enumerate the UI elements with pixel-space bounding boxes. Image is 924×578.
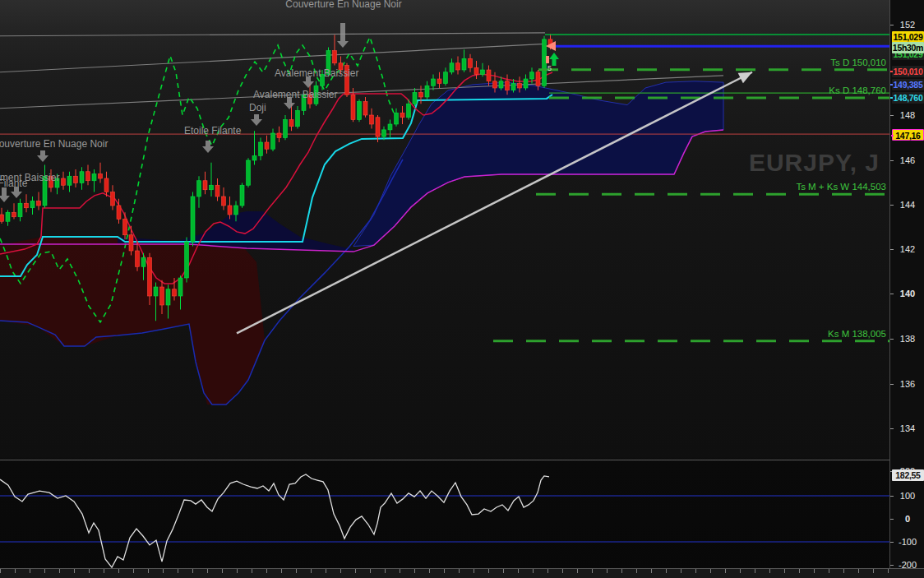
marker-flag-icon [546, 56, 549, 63]
price-axis-tick: -100 [890, 536, 924, 548]
price-axis-tick: 136 [890, 378, 924, 390]
price-badge: 151,029 [892, 31, 924, 43]
candle-body [62, 178, 66, 185]
ichimoku-cloud-bearish [0, 237, 265, 405]
price-axis-tick: 100 [890, 490, 924, 502]
candle-body [191, 197, 195, 242]
candle-body [67, 176, 72, 185]
candle-body [469, 58, 473, 67]
pattern-down-arrow[interactable] [0, 187, 10, 202]
pattern-down-arrow[interactable] [284, 97, 295, 109]
axis-color-tick [890, 84, 893, 86]
candle-body [444, 72, 448, 84]
candle-body [166, 289, 170, 305]
price-axis-tick: 138 [890, 333, 924, 344]
candle-body [506, 81, 510, 90]
price-badge: 148,760 [892, 92, 924, 104]
candle-body [49, 176, 53, 187]
candle-body [160, 287, 164, 305]
trendline-0[interactable] [0, 33, 545, 36]
candle-body [351, 95, 355, 119]
candle-body [450, 63, 454, 72]
candle-body [148, 257, 152, 296]
candle-body [18, 203, 22, 217]
candle-body [289, 120, 293, 127]
candle-body [99, 174, 103, 179]
candle-body [185, 242, 189, 278]
candle-body [395, 113, 399, 124]
candle-body [511, 84, 515, 90]
pattern-down-arrow[interactable] [37, 150, 49, 162]
candle-body [222, 197, 226, 206]
candle-body [228, 206, 232, 215]
candle-body [104, 178, 109, 192]
candle-body [215, 185, 219, 197]
axis-tick-mark [890, 384, 894, 385]
candle-body [419, 93, 423, 98]
candle-body [25, 203, 29, 208]
candle-body [363, 102, 367, 116]
axis-color-tick [890, 71, 893, 72]
candle-body [432, 79, 436, 86]
price-axis-tick: 148 [890, 109, 924, 121]
price-chart-area[interactable]: 5 Couverture En Nuage NoirCouverture En … [0, 0, 889, 578]
axis-tick-mark [890, 496, 894, 497]
candle-body [111, 192, 115, 206]
axis-tick-mark [890, 160, 894, 161]
candle-body [43, 176, 47, 206]
candle-body [437, 79, 441, 84]
candle-body [55, 178, 59, 187]
candle-body [388, 124, 392, 130]
pattern-down-arrow[interactable] [303, 76, 314, 88]
axis-color-tick [890, 97, 893, 99]
oscillator-line [0, 474, 549, 567]
candle-body [37, 201, 41, 206]
candle-body [345, 66, 349, 95]
candle-body [117, 206, 121, 220]
axis-tick-mark [890, 205, 894, 206]
candle-body [154, 287, 158, 296]
candle-body [247, 160, 251, 185]
pattern-down-arrow[interactable] [11, 187, 22, 198]
price-badge: 182,55 [892, 469, 924, 481]
candle-body [0, 215, 4, 221]
candle-body [136, 251, 140, 266]
price-axis-tick: 0 [890, 513, 924, 525]
candle-body [271, 133, 275, 149]
candle-body [74, 176, 78, 183]
price-axis-tick: 134 [890, 423, 924, 434]
axis-tick-mark [890, 339, 894, 340]
candle-body [302, 95, 306, 110]
candle-body [481, 70, 485, 75]
candle-body [314, 86, 318, 104]
symbol-watermark: EURJPY, J [749, 149, 880, 177]
price-axis-tick: 140 [890, 288, 924, 299]
price-axis[interactable]: 1521481461441421401381361342001000-100-2… [889, 0, 924, 578]
candle-body [240, 185, 244, 206]
axis-tick-mark [890, 542, 894, 543]
axis-tick-mark [890, 428, 894, 429]
candle-body [308, 95, 312, 104]
axis-tick-mark [890, 249, 894, 250]
axis-tick-mark [890, 25, 894, 25]
candle-body [141, 257, 146, 266]
price-badge: 15h30m [892, 42, 924, 53]
candle-body [12, 212, 16, 217]
candle-body [462, 58, 466, 70]
candle-body [536, 72, 540, 86]
candle-body [376, 118, 380, 136]
candle-body [339, 63, 343, 70]
pattern-down-arrow[interactable] [337, 23, 349, 48]
candle-body [499, 81, 503, 88]
candle-body [30, 201, 35, 208]
candle-body [277, 133, 281, 138]
pattern-down-arrow[interactable] [251, 114, 262, 126]
candle-body [456, 63, 460, 70]
time-axis-ticks [0, 569, 889, 573]
candle-body [86, 172, 90, 181]
candle-body [382, 130, 386, 136]
time-axis[interactable] [0, 568, 924, 578]
chart-canvas[interactable]: 5 [0, 0, 889, 578]
pattern-down-arrow[interactable] [202, 141, 214, 153]
candle-body [487, 70, 491, 81]
